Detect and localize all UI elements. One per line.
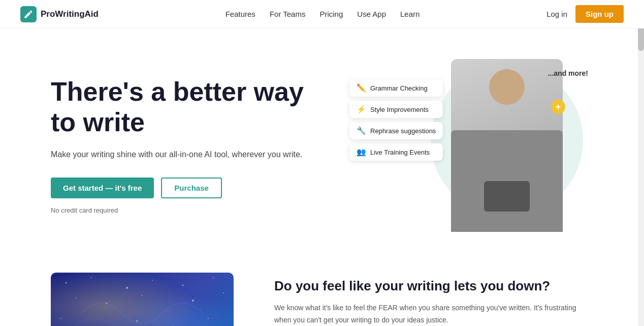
hero-section: There's a better way to write Make your … <box>0 28 644 252</box>
training-label: Live Training Events <box>370 149 430 156</box>
plus-badge: + <box>551 100 565 114</box>
logo-icon <box>20 6 37 22</box>
feature-card-grammar: ✏️ Grammar Checking <box>349 79 443 97</box>
nav-pricing[interactable]: Pricing <box>319 10 343 18</box>
login-button[interactable]: Log in <box>546 10 567 18</box>
svg-point-6 <box>76 298 77 299</box>
stars-svg <box>51 273 234 326</box>
svg-point-10 <box>223 292 224 293</box>
style-icon: ⚡ <box>357 105 366 114</box>
nav-learn[interactable]: Learn <box>400 10 420 18</box>
svg-point-2 <box>126 287 128 289</box>
hero-left: There's a better way to write Make your … <box>51 77 315 214</box>
svg-point-3 <box>152 280 153 281</box>
person-body <box>451 130 563 232</box>
svg-point-15 <box>208 318 209 319</box>
nav-features[interactable]: Features <box>226 10 255 18</box>
nav-for-teams[interactable]: For Teams <box>270 10 306 18</box>
hero-buttons: Get started — it's free Purchase <box>51 177 315 198</box>
no-cc-text: No credit card required <box>51 206 315 214</box>
svg-point-13 <box>136 320 138 322</box>
style-label: Style Improvements <box>370 106 429 113</box>
page-scrollbar[interactable] <box>638 0 644 326</box>
logo[interactable]: ProWritingAid <box>20 6 99 22</box>
svg-point-11 <box>60 318 62 319</box>
section2-right: Do you feel like your writing lets you d… <box>274 273 593 326</box>
person-head <box>489 69 525 105</box>
rephrase-label: Rephrase suggestions <box>370 127 436 135</box>
navbar: ProWritingAid Features For Teams Pricing… <box>0 0 644 28</box>
svg-point-0 <box>66 282 67 284</box>
nav-use-app[interactable]: Use App <box>357 10 386 18</box>
feature-card-training: 👥 Live Training Events <box>349 143 443 161</box>
rephrase-icon: 🔧 <box>357 126 366 135</box>
logo-text: ProWritingAid <box>41 9 99 19</box>
get-started-button[interactable]: Get started — it's free <box>51 177 154 198</box>
svg-point-5 <box>213 277 214 278</box>
person-inner <box>451 59 563 232</box>
nav-actions: Log in Sign up <box>546 5 624 23</box>
starry-night-image: My idea in my head <box>51 273 234 326</box>
svg-point-1 <box>91 277 92 278</box>
purchase-button[interactable]: Purchase <box>161 177 222 198</box>
section2: My idea in my head Do you feel like your… <box>0 252 644 326</box>
training-icon: 👥 <box>357 147 366 157</box>
section2-title: Do you feel like your writing lets you d… <box>274 278 593 295</box>
hero-subtitle: Make your writing shine with our all-in-… <box>51 148 315 161</box>
section2-left: My idea in my head <box>51 273 244 326</box>
feature-card-rephrase: 🔧 Rephrase suggestions <box>349 122 443 139</box>
svg-point-8 <box>142 295 143 296</box>
svg-point-9 <box>192 300 194 302</box>
feature-cards: ✏️ Grammar Checking ⚡ Style Improvements… <box>349 79 443 161</box>
hero-title: There's a better way to write <box>51 77 315 138</box>
signup-button[interactable]: Sign up <box>575 5 624 23</box>
svg-point-4 <box>182 285 184 286</box>
feature-card-style: ⚡ Style Improvements <box>349 101 443 118</box>
grammar-label: Grammar Checking <box>370 84 428 92</box>
person-laptop <box>484 181 530 212</box>
hero-right: ...and more! + ✏️ Grammar Checking ⚡ Sty… <box>349 59 593 232</box>
and-more-label: ...and more! <box>548 69 588 77</box>
hero-person-illustration <box>451 59 563 232</box>
nav-links: Features For Teams Pricing Use App Learn <box>226 10 420 18</box>
grammar-icon: ✏️ <box>357 83 366 93</box>
logo-svg <box>23 9 34 19</box>
section2-text: We know what it's like to feel the FEAR … <box>274 302 593 326</box>
